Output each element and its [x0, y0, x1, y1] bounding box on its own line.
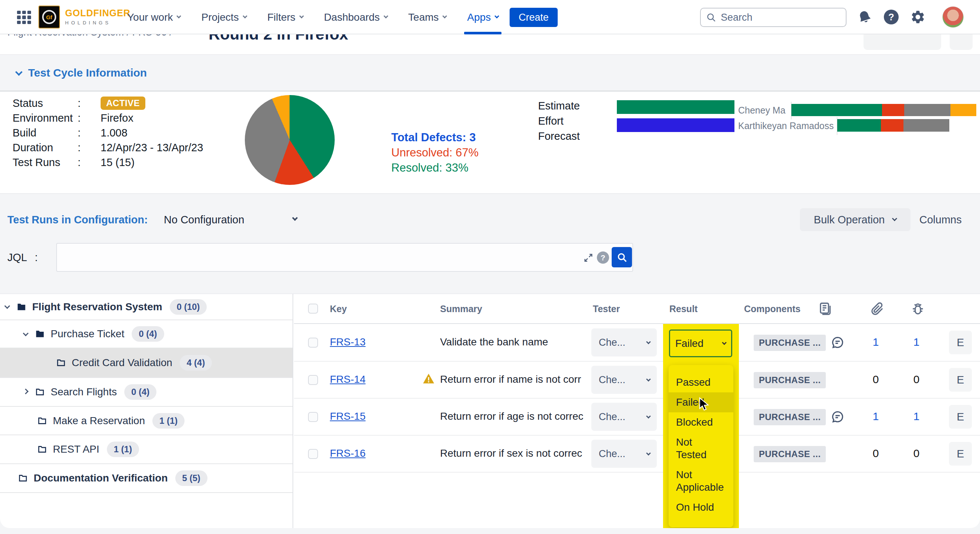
- nav-item-teams[interactable]: Teams: [408, 0, 446, 34]
- tree-item-search-flights[interactable]: Search Flights 0 (4): [0, 378, 293, 407]
- testcase-key-link[interactable]: FRS-15: [330, 410, 365, 422]
- field-duration: Duration: 12/Apr/23 - 13/Apr/23: [13, 140, 203, 155]
- select-all-checkbox[interactable]: [308, 304, 318, 314]
- expand-icon[interactable]: [583, 252, 594, 263]
- create-button[interactable]: Create: [510, 8, 558, 27]
- defects-column-icon: [910, 301, 925, 316]
- nav-item-dashboards[interactable]: Dashboards: [324, 0, 388, 34]
- company-logo[interactable]: Gf: [38, 6, 60, 29]
- row-checkbox[interactable]: [308, 449, 318, 459]
- resolved-defects: Resolved: 33%: [391, 160, 479, 175]
- columns-button[interactable]: Columns: [920, 214, 961, 226]
- executor-avatar-button[interactable]: E: [949, 405, 972, 429]
- tester-select[interactable]: Che...: [591, 403, 657, 431]
- app-switcher-icon[interactable]: [17, 11, 31, 24]
- warning-icon: [422, 372, 435, 385]
- testcase-key-link[interactable]: FRS-14: [330, 373, 365, 385]
- row-checkbox[interactable]: [308, 375, 318, 385]
- jql-input[interactable]: [56, 243, 633, 272]
- executor-avatar-button[interactable]: E: [949, 368, 972, 392]
- option-not-applicable[interactable]: Not Applicable: [669, 465, 728, 497]
- chevron-right-icon: [23, 388, 29, 394]
- tester-workload-bar: [837, 119, 949, 132]
- tree-item-credit-card-validation[interactable]: Credit Card Validation 4 (4): [0, 348, 293, 378]
- tester-select[interactable]: Che...: [591, 440, 657, 468]
- defects-count[interactable]: 1: [909, 410, 924, 423]
- tree-item-purchase-ticket[interactable]: Purchase Ticket 0 (4): [0, 320, 293, 348]
- component-lozenge: PURCHASE ...: [754, 446, 826, 462]
- defects-count[interactable]: 1: [909, 336, 924, 348]
- tree-item-flight-reservation-system[interactable]: Flight Reservation System 0 (10): [0, 294, 293, 320]
- option-on-hold[interactable]: On Hold: [669, 497, 733, 517]
- row-divider: [294, 472, 980, 473]
- estimate-bar: [617, 100, 735, 114]
- jql-help-icon[interactable]: ?: [597, 251, 609, 264]
- section-title[interactable]: Test Cycle Information: [28, 67, 147, 79]
- tester-select[interactable]: Che...: [591, 328, 657, 356]
- nav-item-your-work[interactable]: Your work: [127, 0, 180, 34]
- result-select[interactable]: Failed: [669, 329, 732, 357]
- testcase-key-link[interactable]: FRS-13: [330, 336, 365, 348]
- breadcrumb[interactable]: Flight Reservation System / FRS-56 /: [7, 34, 172, 38]
- search-icon: [706, 12, 716, 22]
- tree-item-documentation-verification[interactable]: Documentation Verification 5 (5): [0, 464, 293, 493]
- testcase-key-link[interactable]: FRS-16: [330, 447, 365, 459]
- field-test-runs: Test Runs: 15 (15): [13, 155, 203, 170]
- row-checkbox[interactable]: [308, 338, 318, 348]
- col-header-result: Result: [669, 304, 697, 314]
- chevron-down-icon: [442, 14, 447, 19]
- folder-icon: [16, 302, 27, 312]
- comment-icon[interactable]: [830, 410, 845, 424]
- bulk-operation-button[interactable]: Bulk Operation: [800, 208, 910, 231]
- help-icon[interactable]: ?: [883, 9, 899, 25]
- tree-item-rest-api[interactable]: REST API 1 (1): [0, 435, 293, 464]
- search-input[interactable]: [721, 12, 832, 23]
- attachments-count[interactable]: 1: [868, 336, 883, 348]
- count-badge: 0 (4): [132, 326, 164, 342]
- breadcrumb-row: Flight Reservation System / FRS-56 / Rou…: [0, 34, 980, 54]
- settings-gear-icon[interactable]: [910, 9, 926, 25]
- chevron-down-icon: [23, 330, 29, 336]
- collapse-chevron-icon[interactable]: [15, 68, 22, 76]
- jql-search-button[interactable]: [612, 247, 632, 267]
- chevron-down-icon: [5, 303, 10, 309]
- tree-item-make-a-reservation[interactable]: Make a Reservation 1 (1): [0, 407, 293, 435]
- chevron-down-icon: [722, 340, 727, 345]
- defects-count: 0: [909, 373, 924, 386]
- chevron-down-icon: [383, 14, 388, 19]
- chevron-down-icon: [243, 14, 247, 19]
- attachments-count: 0: [868, 447, 883, 460]
- search-icon: [616, 252, 628, 263]
- option-blocked[interactable]: Blocked: [669, 412, 733, 432]
- chevron-down-icon: [892, 216, 897, 221]
- notifications-bell-icon[interactable]: [856, 9, 873, 25]
- executor-avatar-button[interactable]: E: [949, 442, 972, 466]
- user-avatar[interactable]: [942, 6, 964, 28]
- folder-outline-icon: [56, 358, 67, 367]
- nav-item-apps[interactable]: Apps: [467, 0, 498, 34]
- cut-off-icon-button[interactable]: [950, 34, 973, 50]
- folder-tree: Flight Reservation System 0 (10) Purchas…: [0, 294, 293, 528]
- option-passed[interactable]: Passed: [669, 372, 733, 393]
- testcase-summary: Validate the bank name: [440, 336, 589, 348]
- company-logo-text: GOLDFINGER HOLDINGS: [65, 8, 130, 25]
- results-pie-chart: [245, 95, 335, 185]
- row-checkbox[interactable]: [308, 412, 318, 422]
- workload-label-estimate: Estimate: [538, 100, 580, 112]
- executor-avatar-button[interactable]: E: [949, 331, 972, 354]
- cut-off-button[interactable]: [864, 34, 941, 50]
- nav-menu: Your work Projects Filters Dashboards Te…: [127, 0, 498, 34]
- tester-select[interactable]: Che...: [591, 366, 657, 394]
- unresolved-defects: Unresolved: 67%: [391, 145, 479, 160]
- option-not-tested[interactable]: Not Tested: [669, 432, 724, 465]
- attachments-count[interactable]: 1: [868, 410, 883, 423]
- chevron-down-icon: [646, 414, 651, 419]
- configuration-select[interactable]: No Configuration: [164, 214, 297, 226]
- nav-item-filters[interactable]: Filters: [267, 0, 303, 34]
- chevron-down-icon: [646, 377, 651, 381]
- attachments-column-icon: [870, 301, 885, 316]
- nav-item-projects[interactable]: Projects: [201, 0, 246, 34]
- test-cycle-info-panel: Status: ACTIVE Environment: Firefox Buil…: [0, 92, 980, 194]
- comment-icon[interactable]: [830, 335, 845, 350]
- col-header-tester: Tester: [593, 304, 620, 314]
